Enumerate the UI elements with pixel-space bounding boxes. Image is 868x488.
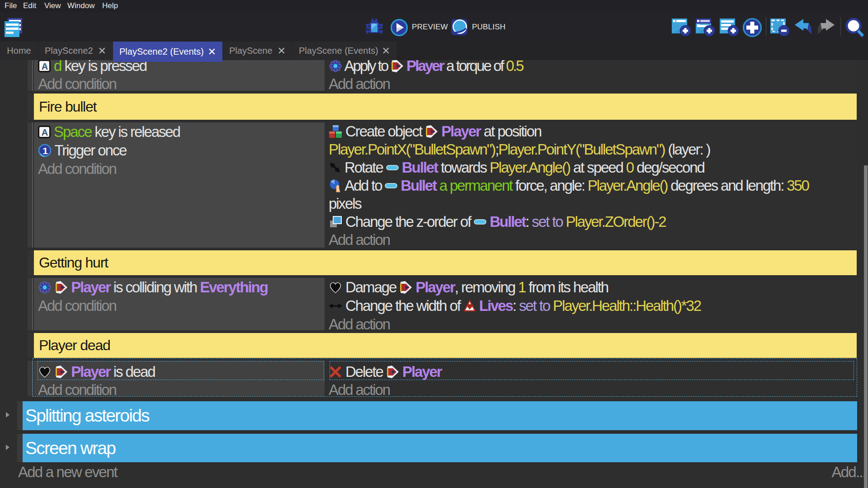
- svg-text:A: A: [42, 61, 48, 71]
- svg-text:A: A: [42, 127, 48, 137]
